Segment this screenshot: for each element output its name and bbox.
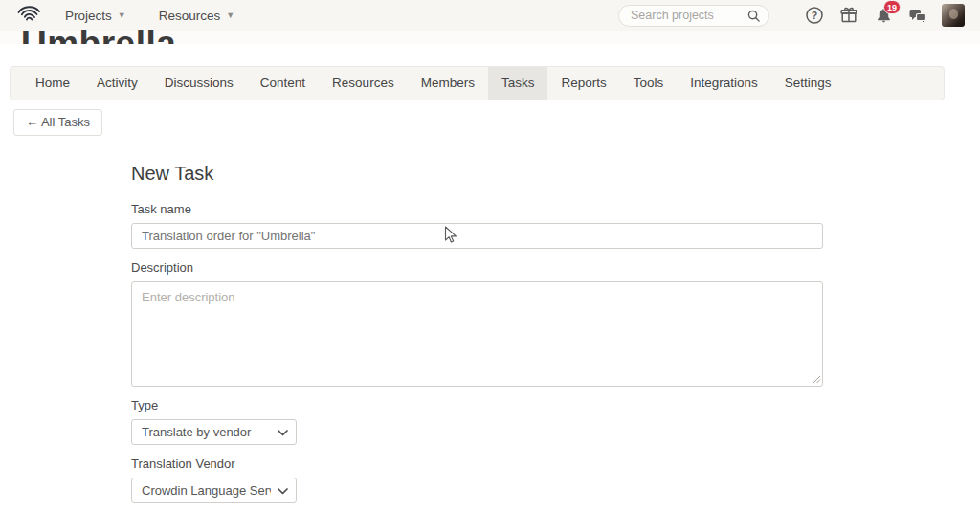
chat-bubbles-icon [908,7,927,25]
nav-menu-resources-label: Resources [159,9,221,23]
nav-menu-projects-label: Projects [65,9,112,23]
project-search[interactable] [618,5,769,27]
tab-content[interactable]: Content [247,67,319,100]
tab-activity[interactable]: Activity [83,67,151,100]
section-divider [10,144,945,144]
tab-tools[interactable]: Tools [620,67,678,100]
page-header: Projects ▼ Resources ▼ ? [0,0,980,44]
type-select[interactable]: Translate by vendor [131,419,297,445]
page-title: Umbrella [21,25,176,44]
help-icon: ? [805,6,824,25]
gift-icon [839,6,858,25]
nav-menu-resources[interactable]: Resources ▼ [159,9,234,23]
task-name-input[interactable] [131,223,823,249]
type-label: Type [131,398,823,412]
svg-text:?: ? [812,10,817,21]
help-button[interactable]: ? [804,5,825,26]
tab-tasks[interactable]: Tasks [488,67,548,100]
gift-button[interactable] [838,5,859,26]
user-avatar[interactable] [942,4,965,27]
tab-reports[interactable]: Reports [547,67,619,100]
chevron-down-icon: ▼ [118,11,126,20]
chevron-down-icon [278,488,288,495]
nav-menu-projects[interactable]: Projects ▼ [65,9,126,23]
tab-settings[interactable]: Settings [771,67,845,100]
translation-vendor-label: Translation Vendor [131,456,823,471]
translation-vendor-select[interactable]: Crowdin Language Service [131,478,297,503]
type-select-value: Translate by vendor [142,425,271,439]
chevron-down-icon [278,430,288,436]
task-name-label: Task name [131,202,823,216]
all-tasks-back-button[interactable]: ← All Tasks [13,109,102,136]
description-label: Description [131,260,823,275]
form-heading: New Task [131,163,823,185]
description-field [131,281,823,387]
notification-count-badge: 19 [883,0,901,14]
notifications-button[interactable]: 19 [873,5,894,26]
tab-home[interactable]: Home [22,67,83,100]
description-textarea[interactable] [131,281,823,387]
search-input[interactable] [631,9,746,22]
messages-button[interactable] [907,5,928,26]
project-tabbar: Home Activity Discussions Content Resour… [10,66,945,100]
chevron-down-icon: ▼ [226,11,234,20]
tab-discussions[interactable]: Discussions [151,67,247,100]
tab-integrations[interactable]: Integrations [677,67,771,100]
search-icon [746,9,761,23]
tab-resources[interactable]: Resources [319,67,408,100]
translation-vendor-select-value: Crowdin Language Service [142,483,271,498]
new-task-form: New Task Task name Description Type Tran… [131,163,823,511]
tab-members[interactable]: Members [408,67,488,100]
